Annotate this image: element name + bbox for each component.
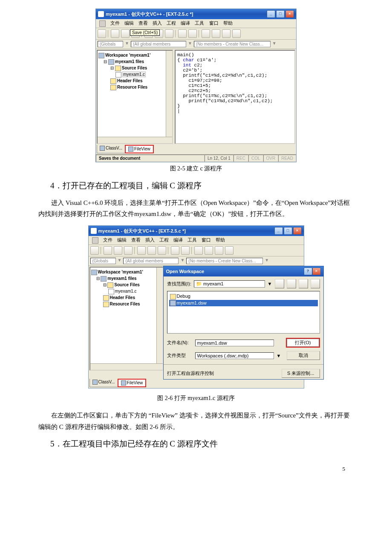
members-combo[interactable]: (All global members [131,41,186,47]
menu-project[interactable]: 工程 [159,237,169,242]
menu-insert[interactable]: 插入 [153,20,162,26]
tree-project[interactable]: ⊟ myexam1 files [98,59,171,65]
tab-fileview[interactable]: FileView [125,145,154,153]
toolbar-button[interactable] [194,246,203,255]
dialog-help-button[interactable]: ? [304,268,312,275]
copy-button[interactable] [147,246,156,255]
minimize-button[interactable]: _ [267,10,275,18]
cut-button[interactable] [137,246,146,255]
close-button[interactable]: × [293,227,302,235]
tree-resource-folder[interactable]: Resource Files [91,301,162,308]
menu-build[interactable]: 编译 [173,237,183,242]
filename-input[interactable]: myexam1.dsw [195,340,274,346]
tree-scrollbar-x[interactable] [98,137,172,143]
toolbar-button[interactable] [232,29,241,38]
menubar[interactable]: 文件 编辑 查看 插入 工程 编译 工具 窗口 帮助 [89,236,304,245]
menu-window[interactable]: 窗口 [202,237,211,242]
members-combo[interactable]: (All global members [123,258,179,264]
file-item-dsw[interactable]: myexam1.dsw [169,300,318,307]
menu-edit[interactable]: 编辑 [124,20,134,26]
file-list[interactable]: Debug myexam1.dsw [167,291,320,334]
toolbar-button[interactable] [212,29,220,38]
tree-source-folder[interactable]: ⊟ Source Files [98,65,171,72]
new-button[interactable] [90,246,99,255]
menu-tools[interactable]: 工具 [195,20,204,26]
cancel-button[interactable]: 取消 [287,351,320,360]
tab-classview[interactable]: ClassV... [89,379,118,387]
tree-workspace[interactable]: Workspace 'myexam1' [98,52,171,59]
tree-source-file[interactable]: myexam1.c [98,72,171,78]
redo-button[interactable] [188,29,197,38]
paste-button[interactable] [165,29,173,38]
titlebar[interactable]: myexam1 - 创天中文VC++ - [EXT-2.5.c *] _ □ × [96,9,296,19]
close-button[interactable]: × [285,10,294,18]
viewmode-button[interactable] [311,279,320,288]
filetype-combo[interactable]: Workspaces (.dsw;.mdp) [195,352,274,359]
menu-file[interactable]: 文件 [110,20,120,26]
tab-fileview[interactable]: FileView [118,379,147,387]
maximize-button[interactable]: □ [284,227,292,235]
tree-scrollbar-x[interactable] [90,363,163,370]
dialog-titlebar[interactable]: Open Workspace ? × [164,266,323,276]
tree-scrollbar-y[interactable] [156,268,163,364]
maximize-button[interactable]: □ [276,10,285,18]
menu-help[interactable]: 帮助 [216,237,225,242]
menu-build[interactable]: 编译 [181,20,190,26]
menu-edit[interactable]: 编辑 [117,237,127,242]
undo-button[interactable] [171,246,179,255]
paste-button[interactable] [158,246,166,255]
toolbar-button[interactable] [222,29,231,38]
tree-source-file[interactable]: myexam1.c [91,288,162,295]
save-tooltip: Save (Ctrl+S) [130,29,160,36]
up-button[interactable] [287,279,296,288]
toolbar-button[interactable] [205,246,213,255]
toolbar-button[interactable] [202,29,210,38]
menu-window[interactable]: 窗口 [209,20,219,26]
workspace-tree[interactable]: Workspace 'myexam1' ⊟ myexam1 files ⊟ So… [97,50,173,144]
new-button[interactable] [98,29,106,38]
menu-help[interactable]: 帮助 [223,20,233,26]
status-message: Saves the document [96,155,205,162]
toolbar-button[interactable] [215,246,223,255]
class-combo[interactable]: (No members - Create New Class... [194,41,271,47]
undo-button[interactable] [178,29,187,38]
open-button[interactable]: 打开(O) [286,338,320,348]
open-button[interactable] [104,246,112,255]
file-item-debug[interactable]: Debug [169,293,318,300]
class-combo[interactable]: (No members - Create New Class... [186,258,263,264]
menu-view[interactable]: 查看 [138,20,148,26]
open-button[interactable] [111,29,119,38]
lookin-combo[interactable]: 📁 myexam1 [194,280,265,288]
menu-tools[interactable]: 工具 [187,237,197,242]
source-control-button[interactable]: S 来源控制... [282,369,320,378]
tree-resource-folder[interactable]: Resource Files [98,84,171,91]
app-icon [98,11,104,17]
menu-project[interactable]: 工程 [167,20,176,26]
toolbar-button[interactable] [225,246,233,255]
save-all-button[interactable] [124,246,133,255]
menu-insert[interactable]: 插入 [145,237,155,242]
tree-workspace[interactable]: Workspace 'myexam1' [91,269,162,276]
scope-combo[interactable]: (Globals [90,258,116,264]
tree-source-folder[interactable]: ⊟ Source Files [91,282,162,288]
tree-scrollbar-y[interactable] [166,51,172,137]
menu-view[interactable]: 查看 [131,237,141,242]
minimize-button[interactable]: _ [274,227,283,235]
save-button[interactable] [114,246,122,255]
redo-button[interactable] [181,246,190,255]
tree-header-folder[interactable]: Header Files [98,78,171,84]
menubar[interactable]: 文件 编辑 查看 插入 工程 编译 工具 窗口 帮助 [96,19,296,28]
titlebar[interactable]: myexam1 - 创天中文VC++ - [EXT-2.5.c *] _ □ × [89,226,304,236]
heading-5: 5．在工程项目中添加已经存在的 C 源程序文件 [50,438,354,449]
menu-file[interactable]: 文件 [103,237,112,242]
code-editor[interactable]: main() { char c1='a'; int c2; c2='b'; pr… [175,50,295,144]
dialog-close-button[interactable]: × [312,268,321,275]
tab-classview[interactable]: ClassV... [97,145,125,153]
tree-header-folder[interactable]: Header Files [91,295,162,301]
save-button[interactable]: Save (Ctrl+S) [121,29,130,38]
scope-combo[interactable]: (Globals [98,41,123,47]
back-button[interactable] [275,279,284,288]
tree-project[interactable]: ⊟ myexam1 files [91,276,162,282]
workspace-tree[interactable]: Workspace 'myexam1' ⊟ myexam1 files ⊟ So… [89,267,164,371]
newfolder-button[interactable] [299,279,308,288]
